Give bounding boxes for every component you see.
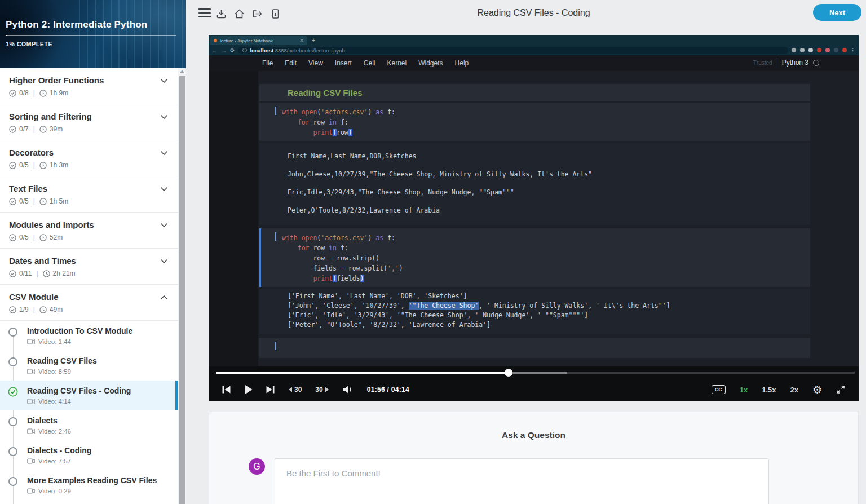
code-line: Peter,O'Toole,8/2/32,Lawrence of Arabia xyxy=(288,201,810,219)
course-section[interactable]: Dates and Times 0/11 | 2h 21m xyxy=(0,249,178,285)
play-button[interactable] xyxy=(244,384,253,395)
section-title: Dates and Times xyxy=(9,256,169,266)
extension-icon xyxy=(817,48,821,52)
course-section[interactable]: Higher Order Functions 0/8 | 1h 9m xyxy=(0,68,178,104)
playback-speeds: 1x1.5x2x xyxy=(740,386,798,394)
rewind-30-button[interactable]: 30 xyxy=(288,386,302,394)
code-line: print(fields) xyxy=(282,273,810,284)
course-section[interactable]: CSV Module 1/9 | 49m xyxy=(0,285,178,321)
code-line: fields = row.split(',') xyxy=(282,263,810,273)
settings-gear-icon[interactable]: ⚙ xyxy=(812,384,822,395)
speed-1x[interactable]: 1x xyxy=(740,386,748,394)
scrollbar-thumb[interactable] xyxy=(179,76,185,504)
next-button[interactable]: Next xyxy=(813,4,861,21)
code-line: First Name,Last Name,DOB,Sketches xyxy=(288,147,810,165)
section-stats: 0/5 | 52m xyxy=(9,233,169,241)
forward-30-button[interactable]: 30 xyxy=(315,386,329,394)
code-line: with open('actors.csv') as f: xyxy=(282,107,810,117)
section-duration: 1h 5m xyxy=(50,197,68,205)
notebook-menu-view: View xyxy=(308,59,323,67)
notebook-menu-insert: Insert xyxy=(335,59,352,67)
lesson-title: Introduction To CSV Module xyxy=(27,326,169,335)
lesson-meta: Video: 4:14 xyxy=(27,398,169,405)
video-player[interactable]: lecture - Jupyter Notebook ✕ + ← → ⟳ i l… xyxy=(209,35,859,401)
lesson-incomplete-circle-icon xyxy=(8,417,17,426)
lesson-incomplete-circle-icon xyxy=(8,328,17,337)
chevron-down-icon[interactable] xyxy=(160,151,168,156)
divider xyxy=(777,58,777,68)
chevron-down-icon[interactable] xyxy=(160,78,168,83)
notebook-body: Reading CSV Fileswith open('actors.csv')… xyxy=(209,71,859,401)
course-title: Python 2: Intermediate Python xyxy=(6,19,147,30)
code-line: ['Eric', 'Idle', '3/29/43', '"The Cheese… xyxy=(288,311,810,320)
lesson-item[interactable]: Dialects Video: 2:46 xyxy=(0,410,178,440)
fullscreen-icon[interactable] xyxy=(836,385,845,394)
lesson-complete-check-icon xyxy=(8,387,18,397)
course-section[interactable]: Modules and Imports 0/5 | 52m xyxy=(0,213,178,249)
video-browser-urlbar: ← → ⟳ i localhost:8888/notebooks/lecture… xyxy=(209,45,859,55)
ask-question-section: Ask a Question G xyxy=(209,412,859,504)
lesson-item[interactable]: Dialects - Coding Video: 7:57 xyxy=(0,440,178,470)
tab-close-icon: ✕ xyxy=(299,38,304,43)
chevron-down-icon[interactable] xyxy=(160,187,168,192)
comment-input[interactable] xyxy=(275,458,769,504)
forward-30-label: 30 xyxy=(315,386,322,394)
section-duration: 49m xyxy=(50,306,63,313)
extension-icon xyxy=(792,48,796,52)
chevron-up-icon[interactable] xyxy=(160,295,168,300)
closed-captions-button[interactable]: CC xyxy=(712,385,726,394)
notebook-window: FileEditViewInsertCellKernelWidgetsHelp … xyxy=(209,55,859,401)
text-cursor xyxy=(275,342,276,350)
lesson-item[interactable]: More Examples Reading CSV Files Video: 0… xyxy=(0,470,178,500)
address-bar: i localhost:8888/notebooks/lecture.ipynb xyxy=(238,47,788,54)
course-section[interactable]: Decorators 0/5 | 1h 3m xyxy=(0,140,178,176)
check-circle-icon xyxy=(9,162,16,169)
code-line: print(row) xyxy=(282,127,810,138)
previous-video-button[interactable] xyxy=(222,386,231,394)
check-circle-icon xyxy=(9,270,16,277)
output-cell: First Name,Last Name,DOB,SketchesJohn,Cl… xyxy=(259,143,810,225)
playhead-handle[interactable] xyxy=(505,369,512,377)
code-cell: with open('actors.csv') as f: for row in… xyxy=(259,103,810,141)
seek-bar[interactable] xyxy=(216,372,855,374)
next-video-button[interactable] xyxy=(266,386,275,394)
browser-forward-icon: → xyxy=(221,47,227,54)
lesson-item[interactable]: Introduction To CSV Module Video: 1:44 xyxy=(0,321,178,351)
lesson-duration-label: Video: 0:29 xyxy=(38,488,71,494)
video-camera-icon xyxy=(27,488,35,494)
user-avatar: G xyxy=(249,458,265,475)
chevron-down-icon[interactable] xyxy=(160,223,168,228)
lesson-duration-label: Video: 1:44 xyxy=(38,338,71,345)
clock-icon xyxy=(39,90,47,97)
section-stats: 0/8 | 1h 9m xyxy=(9,89,169,97)
sidebar-scrollbar[interactable] xyxy=(178,68,186,504)
lesson-item[interactable]: Reading CSV Files Video: 8:59 xyxy=(0,351,178,381)
code-line: ['John', 'Cleese', '10/27/39', '"The Che… xyxy=(288,301,810,311)
course-section[interactable]: Sorting and Filtering 0/7 | 39m xyxy=(0,104,178,140)
speed-1.5x[interactable]: 1.5x xyxy=(762,386,776,394)
lesson-title: Dialects xyxy=(27,416,169,425)
player-controls: 30 30 01:56 / 04:14 CC 1x1.5x2x ⚙ xyxy=(209,366,859,401)
notebook-kernel-indicator: Trusted Python 3 xyxy=(753,58,819,68)
chevron-down-icon[interactable] xyxy=(160,259,168,264)
check-circle-icon xyxy=(9,126,16,133)
scrollbar-up-arrow-icon[interactable] xyxy=(180,70,184,73)
video-camera-icon xyxy=(27,458,35,464)
course-section[interactable]: Text Files 0/5 | 1h 5m xyxy=(0,176,178,213)
notebook-menu-file: File xyxy=(262,59,273,67)
trusted-label: Trusted xyxy=(753,60,772,66)
lesson-meta: Video: 7:57 xyxy=(27,458,169,465)
stats-separator: | xyxy=(33,89,35,97)
clock-icon xyxy=(39,126,47,133)
lesson-item[interactable]: Reading CSV Files - Coding Video: 4:14 xyxy=(0,381,178,410)
section-duration: 2h 21m xyxy=(53,269,76,277)
kernel-name: Python 3 xyxy=(782,59,808,67)
chevron-down-icon[interactable] xyxy=(160,114,168,120)
volume-icon[interactable] xyxy=(343,385,354,394)
section-progress-count: 0/5 xyxy=(19,197,29,205)
section-title: Decorators xyxy=(9,148,169,157)
jupyter-favicon xyxy=(214,39,217,42)
code-line: ['First Name', 'Last Name', 'DOB', 'Sket… xyxy=(288,291,810,301)
check-circle-icon xyxy=(9,306,16,313)
speed-2x[interactable]: 2x xyxy=(790,386,798,394)
